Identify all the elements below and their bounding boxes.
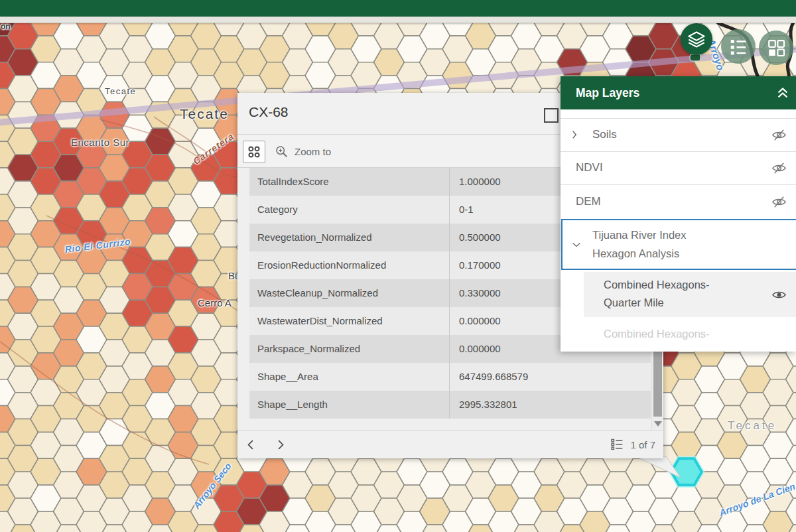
layer-label: Soils	[592, 118, 617, 151]
basemap-grid-icon	[766, 38, 786, 58]
layer-label: DEM	[576, 184, 601, 219]
map-layers-panel: Map Layers Soils NDVI	[561, 76, 796, 352]
scrollbar-down-arrow[interactable]	[654, 421, 662, 427]
layer-label: Combined Hexagons-	[604, 318, 710, 349]
four-dots-icon	[247, 145, 261, 159]
dock-icon[interactable]	[544, 108, 559, 123]
layer-item-combined-hexagons[interactable]: Combined Hexagons-	[584, 318, 796, 349]
layers-icon	[687, 30, 706, 48]
chevron-down-icon[interactable]	[570, 239, 582, 251]
map-layers-title: Map Layers	[576, 76, 639, 109]
layer-label-line2: Quarter Mile	[604, 294, 664, 312]
popup-footer: 1 of 7	[237, 430, 663, 458]
next-feature-button[interactable]	[272, 436, 288, 452]
layer-label-line2: Hexagon Analysis	[592, 245, 679, 263]
visibility-on-icon[interactable]	[771, 287, 787, 302]
layer-label-line1: Tijuana River Index	[592, 226, 687, 244]
previous-feature-button[interactable]	[243, 436, 259, 452]
collapse-panel-button[interactable]	[773, 84, 792, 102]
layer-item-soils[interactable]: Soils	[561, 118, 796, 151]
map-layers-header: Map Layers	[561, 76, 796, 109]
layer-item-tijuana-river-index[interactable]: Tijuana River Index Hexagon Analysis	[561, 219, 796, 270]
legend-icon	[728, 36, 748, 56]
layer-label-line1: Combined Hexagons-	[604, 276, 710, 294]
layer-item-ndvi[interactable]: NDVI	[561, 151, 796, 184]
zoom-in-icon	[275, 145, 289, 159]
scrollbar-thumb[interactable]	[653, 348, 662, 417]
app-header-bar	[0, 0, 796, 17]
pagination-label: 1 of 7	[630, 439, 655, 450]
layers-button[interactable]	[681, 23, 712, 55]
app-window: onTecateTecateEncanto SurCarreteraRio El…	[0, 0, 796, 532]
secondary-toolbar-strip	[0, 17, 796, 23]
zoom-to-label: Zoom to	[295, 146, 331, 157]
feature-list-icon[interactable]	[610, 438, 624, 451]
basemap-button[interactable]	[759, 31, 793, 65]
zoom-to-button[interactable]: Zoom to	[275, 142, 331, 161]
table-row: Shape__Length2995.332801	[249, 391, 651, 419]
layer-label: NDVI	[576, 151, 603, 184]
layer-item-dem[interactable]: DEM	[561, 184, 796, 219]
visibility-off-icon[interactable]	[771, 161, 787, 176]
chevron-right-icon	[274, 438, 287, 451]
layer-item-combined-hexagons-quarter-mile[interactable]: Combined Hexagons- Quarter Mile	[584, 272, 796, 317]
feature-menu-button[interactable]	[243, 141, 265, 163]
double-chevron-up-icon	[775, 86, 790, 100]
pagination: 1 of 7	[610, 431, 655, 458]
visibility-off-icon[interactable]	[771, 194, 787, 210]
popup-title: CX-68	[249, 104, 289, 120]
chevron-right-icon[interactable]	[568, 129, 580, 141]
table-row: Shape__Area647499.668579	[249, 363, 651, 391]
visibility-off-icon[interactable]	[771, 127, 787, 143]
legend-button[interactable]	[721, 29, 756, 64]
chevron-left-icon	[245, 438, 257, 451]
